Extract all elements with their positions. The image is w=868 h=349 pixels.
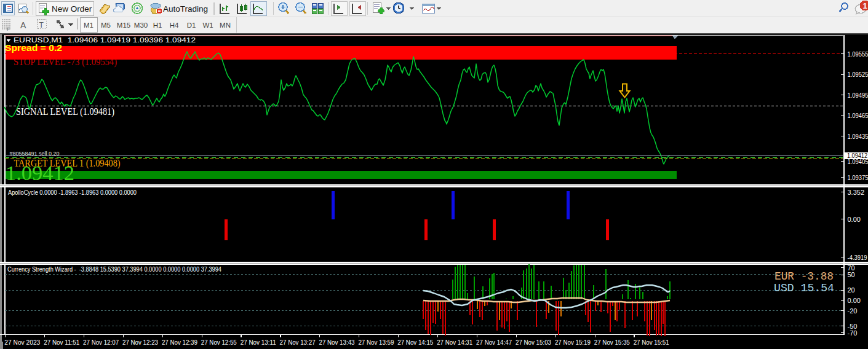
svg-text:New Order: New Order [52, 4, 92, 14]
svg-text:1.09465: 1.09465 [848, 112, 868, 119]
svg-text:27 Nov 15:35: 27 Nov 15:35 [594, 339, 630, 346]
svg-text:27 Nov 13:59: 27 Nov 13:59 [358, 339, 394, 346]
svg-text:3.352: 3.352 [848, 189, 865, 196]
svg-text:27 Nov 14:31: 27 Nov 14:31 [437, 339, 472, 346]
svg-text:1.09555: 1.09555 [848, 50, 868, 58]
svg-text:1: 1 [862, 1, 867, 10]
svg-text:27 Nov 2023: 27 Nov 2023 [4, 339, 40, 346]
svg-text:1.09412: 1.09412 [847, 152, 867, 159]
svg-text:27 Nov 15:19: 27 Nov 15:19 [555, 339, 591, 346]
svg-text:0.00: 0.00 [848, 216, 861, 223]
svg-text:F: F [7, 26, 10, 32]
svg-text:ApolloCycle 0.0000 -1.8963 -1.: ApolloCycle 0.0000 -1.8963 -1.8963 0.000… [8, 189, 137, 196]
svg-text:1.09435: 1.09435 [848, 133, 868, 140]
svg-text:27 Nov 11:51: 27 Nov 11:51 [44, 339, 79, 346]
svg-text:1.09495: 1.09495 [848, 92, 868, 99]
svg-text:1.09525: 1.09525 [848, 71, 868, 78]
svg-text:Currency Strength Wizard - -3: Currency Strength Wizard - -3.8848 15.53… [7, 265, 221, 273]
svg-text:Spread = 0.2: Spread = 0.2 [5, 42, 62, 53]
svg-text:27 Nov 12:55: 27 Nov 12:55 [201, 339, 237, 346]
svg-text:27 Nov 14:47: 27 Nov 14:47 [476, 339, 512, 346]
svg-text:EUR -3.88: EUR -3.88 [774, 270, 834, 283]
svg-text:27 Nov 12:39: 27 Nov 12:39 [162, 339, 197, 346]
svg-text:27 Nov 13:11: 27 Nov 13:11 [241, 339, 276, 346]
svg-text:-70: -70 [848, 329, 858, 337]
svg-text:W1: W1 [202, 22, 213, 29]
svg-text:27 Nov 15:51: 27 Nov 15:51 [634, 339, 669, 346]
svg-text:D1: D1 [187, 22, 196, 29]
svg-text:USD 15.54: USD 15.54 [774, 282, 834, 295]
svg-text:27 Nov 12:07: 27 Nov 12:07 [83, 339, 119, 346]
svg-text:M5: M5 [101, 22, 111, 29]
svg-text:27 Nov 13:43: 27 Nov 13:43 [319, 339, 355, 346]
svg-text:H4: H4 [170, 22, 179, 29]
svg-text:1.09412: 1.09412 [6, 162, 74, 184]
svg-text:1.09375: 1.09375 [848, 174, 868, 181]
svg-text:20: 20 [848, 286, 855, 294]
svg-text:27 Nov 15:03: 27 Nov 15:03 [516, 339, 551, 346]
svg-text:M15: M15 [117, 22, 130, 29]
svg-text:-20: -20 [848, 307, 858, 315]
svg-text:A: A [20, 20, 26, 30]
svg-text:27 Nov 14:15: 27 Nov 14:15 [397, 339, 433, 346]
svg-text:70: 70 [848, 264, 855, 272]
svg-text:50: 50 [848, 271, 855, 278]
svg-text:T: T [39, 21, 44, 29]
svg-text:27 Nov 12:23: 27 Nov 12:23 [122, 339, 158, 346]
svg-text:AutoTrading: AutoTrading [163, 4, 208, 14]
svg-text:M30: M30 [134, 22, 148, 29]
svg-text:M1: M1 [84, 22, 94, 29]
svg-text:MN: MN [220, 22, 231, 29]
svg-text:H1: H1 [153, 22, 162, 29]
svg-text:-4.3919: -4.3919 [848, 254, 867, 261]
svg-text:SIGNAL LEVEL (1.09481): SIGNAL LEVEL (1.09481) [16, 105, 114, 117]
svg-text:27 Nov 13:27: 27 Nov 13:27 [280, 339, 316, 346]
svg-text:0.00: 0.00 [848, 297, 861, 304]
